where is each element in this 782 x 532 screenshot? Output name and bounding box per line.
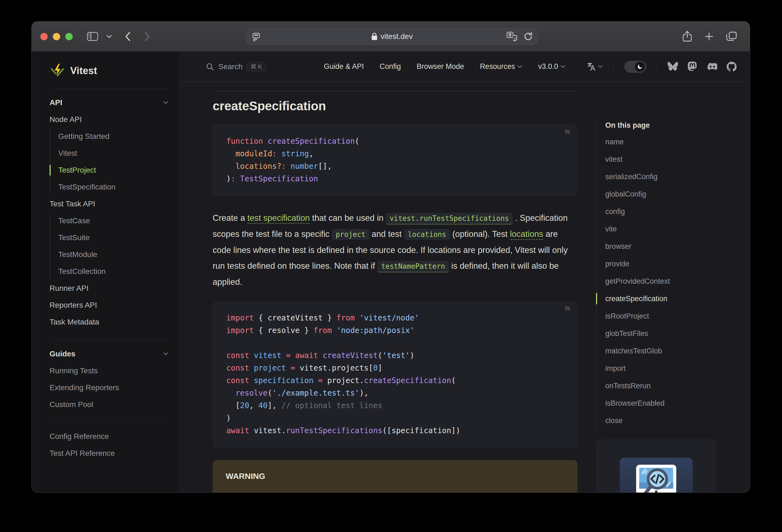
toc-item-import[interactable]: import — [605, 360, 734, 377]
tab-overview-icon[interactable] — [726, 31, 737, 42]
sidebar-item-testspecification[interactable]: TestSpecification — [58, 179, 168, 196]
discord-icon[interactable] — [707, 62, 717, 72]
toc-item-close[interactable]: close — [605, 412, 734, 429]
inline-link[interactable]: testNamePattern — [378, 261, 449, 273]
code-block-signature: ts function createSpecification( moduleI… — [213, 124, 577, 196]
minimize-window-button[interactable] — [53, 33, 60, 40]
code-pre: import { createVitest } from 'vitest/nod… — [213, 312, 577, 437]
sidebar-item-vitest[interactable]: Vitest — [58, 145, 168, 162]
bluesky-icon[interactable] — [668, 62, 678, 72]
sponsor-card[interactable] — [596, 439, 716, 493]
sidebar-item-testsuite[interactable]: TestSuite — [58, 229, 168, 246]
sidebar-item-test-api-reference[interactable]: Test API Reference — [49, 445, 168, 462]
vitest-brand[interactable]: Vitest — [49, 62, 168, 79]
sidebar-item-api[interactable]: API — [49, 94, 168, 111]
page-settings-icon[interactable] — [252, 32, 261, 41]
toc-item-createspecification[interactable]: createSpecification — [605, 290, 734, 307]
sponsor-card-inner — [620, 458, 693, 493]
toc-item-ontestsrerun[interactable]: onTestsRerun — [605, 377, 734, 394]
sidebar-toggle-icon[interactable] — [87, 32, 98, 41]
chevron-down-icon — [163, 101, 168, 104]
vitest-logo-icon — [49, 63, 65, 78]
sidebar-item-testcase[interactable]: TestCase — [58, 212, 168, 229]
nav-item-resources[interactable]: Resources — [480, 62, 522, 71]
language-switcher[interactable] — [586, 62, 603, 71]
sidebar-divider — [49, 422, 168, 423]
page-title: createSpecification — [213, 99, 577, 113]
sidebar-item-task-metadata[interactable]: Task Metadata — [49, 314, 168, 330]
toc-item-serializedconfig[interactable]: serializedConfig — [605, 168, 734, 185]
mastodon-icon[interactable] — [687, 62, 698, 72]
search-button[interactable]: Search ⌘ K — [206, 62, 266, 71]
docs-sidebar: Vitest APINode APIGetting StartedVitestT… — [32, 51, 179, 493]
nav-item-browser-mode[interactable]: Browser Mode — [417, 62, 464, 71]
address-bar[interactable]: vitest.dev x — [246, 28, 538, 45]
sidebar-chevron-icon[interactable] — [106, 35, 112, 38]
site-navbar: Search ⌘ K Guide & APIConfigBrowser Mode… — [179, 51, 750, 82]
toc-item-browser[interactable]: browser — [605, 238, 734, 255]
zoom-window-button[interactable] — [65, 33, 73, 40]
code-block-example: ts import { createVitest } from 'vitest/… — [213, 301, 577, 448]
nav-item-config[interactable]: Config — [380, 62, 401, 71]
table-of-contents: On this page namevitestserializedConfigg… — [596, 117, 734, 429]
translate-a-icon — [586, 62, 596, 71]
translate-icon[interactable]: x — [506, 32, 517, 41]
sidebar-item-config-reference[interactable]: Config Reference — [49, 428, 168, 445]
sidebar-item-getting-started[interactable]: Getting Started — [58, 128, 168, 145]
nav-menu: Guide & APIConfigBrowser ModeResourcesv3… — [308, 62, 566, 71]
sidebar-item-custom-pool[interactable]: Custom Pool — [49, 396, 168, 413]
toc-item-name[interactable]: name — [605, 133, 734, 150]
sidebar-item-testmodule[interactable]: TestModule — [58, 246, 168, 263]
nav-item-v3-0-0[interactable]: v3.0.0 — [538, 62, 566, 71]
sidebar-item-node-api[interactable]: Node API — [49, 111, 168, 128]
inline-link[interactable]: test specification — [248, 213, 310, 224]
moon-icon — [637, 64, 643, 70]
back-button[interactable] — [125, 32, 131, 41]
doc-content: createSpecification ts function createSp… — [213, 82, 577, 493]
toolbar-right — [682, 31, 737, 42]
sidebar-item-guides[interactable]: Guides — [49, 346, 168, 362]
url-text: vitest.dev — [381, 32, 413, 41]
chevron-down-icon — [598, 65, 603, 68]
warning-title: WARNING — [226, 471, 564, 481]
github-icon[interactable] — [726, 62, 737, 72]
page-aside: On this page namevitestserializedConfigg… — [596, 117, 734, 493]
description-paragraph: Create a test specification that can be … — [213, 210, 577, 290]
inline-link[interactable]: locations — [510, 229, 543, 240]
sidebar-item-reporters-api[interactable]: Reporters API — [49, 297, 168, 314]
toc-item-vite[interactable]: vite — [605, 220, 734, 238]
reload-icon[interactable] — [524, 32, 533, 41]
toc-item-provide[interactable]: provide — [605, 255, 734, 273]
toc-item-isbrowserenabled[interactable]: isBrowserEnabled — [605, 394, 734, 412]
search-label: Search — [218, 62, 243, 71]
toc-item-globtestfiles[interactable]: globTestFiles — [605, 325, 734, 342]
close-window-button[interactable] — [40, 33, 48, 40]
toc-item-vitest[interactable]: vitest — [605, 150, 734, 168]
toc-item-isrootproject[interactable]: isRootProject — [605, 307, 734, 325]
toc-item-getprovidedcontext[interactable]: getProvidedContext — [605, 273, 734, 290]
toc-item-globalconfig[interactable]: globalConfig — [605, 185, 734, 203]
sidebar-group: TestCaseTestSuiteTestModuleTestCollectio… — [49, 212, 168, 280]
sidebar-item-testcollection[interactable]: TestCollection — [58, 263, 168, 280]
sidebar-divider — [49, 88, 168, 89]
new-tab-icon[interactable] — [704, 32, 714, 41]
sidebar-item-runner-api[interactable]: Runner API — [49, 280, 168, 297]
toolbar-left — [87, 32, 150, 41]
traffic-lights — [40, 33, 73, 40]
toc-item-config[interactable]: config — [605, 203, 734, 220]
toc-item-matchestestglob[interactable]: matchesTestGlob — [605, 342, 734, 360]
sidebar-item-testproject[interactable]: TestProject — [58, 162, 168, 179]
browser-titlebar: vitest.dev x — [32, 22, 750, 52]
theme-toggle[interactable] — [624, 61, 646, 73]
code-lang-badge: ts — [565, 305, 570, 312]
forward-button[interactable] — [144, 32, 150, 41]
sidebar-item-test-task-api[interactable]: Test Task API — [49, 196, 168, 212]
chevron-down-icon — [517, 65, 522, 68]
share-icon[interactable] — [682, 31, 692, 42]
nav-item-guide-api[interactable]: Guide & API — [324, 62, 364, 71]
code-pre: function createSpecification( moduleId: … — [213, 135, 577, 185]
inline-link[interactable]: vitest.runTestSpecifications — [386, 213, 513, 225]
sidebar-item-extending-reporters[interactable]: Extending Reporters — [49, 379, 168, 396]
sidebar-item-running-tests[interactable]: Running Tests — [49, 362, 168, 379]
inline-code: project — [332, 229, 369, 240]
